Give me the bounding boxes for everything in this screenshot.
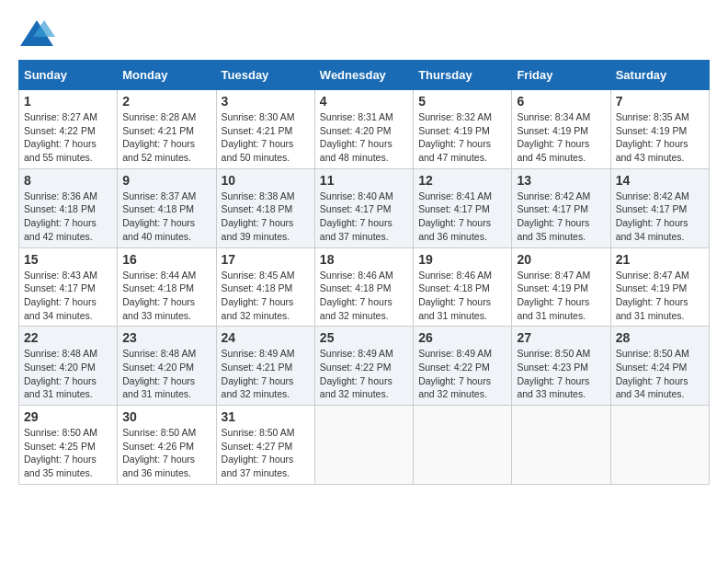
- day-info: Sunrise: 8:32 AM Sunset: 4:19 PM Dayligh…: [418, 110, 506, 165]
- calendar-cell: 1 Sunrise: 8:27 AM Sunset: 4:22 PM Dayli…: [19, 90, 118, 169]
- day-info: Sunrise: 8:42 AM Sunset: 4:17 PM Dayligh…: [517, 190, 605, 244]
- day-number: 7: [616, 94, 704, 109]
- day-number: 27: [517, 330, 605, 345]
- day-number: 10: [222, 173, 310, 188]
- day-number: 19: [418, 252, 506, 267]
- calendar-cell: 26 Sunrise: 8:49 AM Sunset: 4:22 PM Dayl…: [414, 327, 512, 406]
- calendar-cell: 14 Sunrise: 8:42 AM Sunset: 4:17 PM Dayl…: [610, 168, 709, 247]
- day-info: Sunrise: 8:35 AM Sunset: 4:19 PM Dayligh…: [616, 110, 704, 165]
- day-number: 9: [122, 173, 210, 188]
- day-number: 30: [122, 409, 210, 424]
- calendar-cell: 18 Sunrise: 8:46 AM Sunset: 4:18 PM Dayl…: [314, 247, 413, 327]
- calendar-cell: 31 Sunrise: 8:50 AM Sunset: 4:27 PM Dayl…: [216, 406, 314, 485]
- calendar-cell: 5 Sunrise: 8:32 AM Sunset: 4:19 PM Dayli…: [414, 90, 512, 169]
- day-number: 12: [418, 173, 506, 188]
- day-info: Sunrise: 8:49 AM Sunset: 4:22 PM Dayligh…: [418, 347, 506, 401]
- day-info: Sunrise: 8:50 AM Sunset: 4:24 PM Dayligh…: [616, 347, 704, 401]
- calendar-cell: 29 Sunrise: 8:50 AM Sunset: 4:25 PM Dayl…: [19, 406, 118, 485]
- page-header: [18, 18, 710, 51]
- calendar-cell: 10 Sunrise: 8:38 AM Sunset: 4:18 PM Dayl…: [216, 168, 314, 247]
- day-info: Sunrise: 8:49 AM Sunset: 4:21 PM Dayligh…: [222, 347, 310, 401]
- day-number: 25: [320, 330, 408, 345]
- day-number: 20: [517, 252, 605, 267]
- calendar-cell: 22 Sunrise: 8:48 AM Sunset: 4:20 PM Dayl…: [19, 327, 118, 406]
- logo: [18, 18, 57, 51]
- day-info: Sunrise: 8:31 AM Sunset: 4:20 PM Dayligh…: [320, 110, 408, 165]
- calendar-cell: [610, 406, 709, 485]
- day-info: Sunrise: 8:46 AM Sunset: 4:18 PM Dayligh…: [320, 269, 408, 323]
- day-info: Sunrise: 8:37 AM Sunset: 4:18 PM Dayligh…: [122, 190, 210, 244]
- day-info: Sunrise: 8:48 AM Sunset: 4:20 PM Dayligh…: [122, 347, 210, 401]
- day-number: 13: [517, 173, 605, 188]
- day-number: 22: [24, 330, 112, 345]
- day-info: Sunrise: 8:38 AM Sunset: 4:18 PM Dayligh…: [222, 190, 310, 244]
- logo-icon: [18, 18, 55, 51]
- calendar-cell: 13 Sunrise: 8:42 AM Sunset: 4:17 PM Dayl…: [512, 168, 610, 247]
- day-info: Sunrise: 8:45 AM Sunset: 4:18 PM Dayligh…: [222, 269, 310, 323]
- day-number: 21: [616, 252, 704, 267]
- day-number: 24: [222, 330, 310, 345]
- calendar-cell: 11 Sunrise: 8:40 AM Sunset: 4:17 PM Dayl…: [314, 168, 413, 247]
- calendar-cell: 8 Sunrise: 8:36 AM Sunset: 4:18 PM Dayli…: [19, 168, 118, 247]
- calendar-cell: 7 Sunrise: 8:35 AM Sunset: 4:19 PM Dayli…: [610, 90, 709, 169]
- calendar-week-4: 22 Sunrise: 8:48 AM Sunset: 4:20 PM Dayl…: [19, 327, 710, 406]
- day-number: 28: [616, 330, 704, 345]
- calendar-week-3: 15 Sunrise: 8:43 AM Sunset: 4:17 PM Dayl…: [19, 247, 710, 327]
- calendar-cell: 9 Sunrise: 8:37 AM Sunset: 4:18 PM Dayli…: [118, 168, 216, 247]
- calendar-table: SundayMondayTuesdayWednesdayThursdayFrid…: [18, 60, 710, 485]
- day-info: Sunrise: 8:34 AM Sunset: 4:19 PM Dayligh…: [517, 110, 605, 165]
- calendar-cell: 16 Sunrise: 8:44 AM Sunset: 4:18 PM Dayl…: [118, 247, 216, 327]
- day-number: 17: [222, 252, 310, 267]
- day-number: 6: [517, 94, 605, 109]
- header-monday: Monday: [118, 61, 216, 90]
- day-info: Sunrise: 8:42 AM Sunset: 4:17 PM Dayligh…: [616, 190, 704, 244]
- day-info: Sunrise: 8:47 AM Sunset: 4:19 PM Dayligh…: [616, 269, 704, 323]
- day-number: 18: [320, 252, 408, 267]
- calendar-cell: 2 Sunrise: 8:28 AM Sunset: 4:21 PM Dayli…: [118, 90, 216, 169]
- day-info: Sunrise: 8:50 AM Sunset: 4:25 PM Dayligh…: [24, 426, 112, 480]
- day-info: Sunrise: 8:50 AM Sunset: 4:27 PM Dayligh…: [222, 426, 310, 480]
- day-number: 14: [616, 173, 704, 188]
- calendar-cell: 4 Sunrise: 8:31 AM Sunset: 4:20 PM Dayli…: [314, 90, 413, 169]
- calendar-cell: 20 Sunrise: 8:47 AM Sunset: 4:19 PM Dayl…: [512, 247, 610, 327]
- calendar-cell: 3 Sunrise: 8:30 AM Sunset: 4:21 PM Dayli…: [216, 90, 314, 169]
- day-info: Sunrise: 8:47 AM Sunset: 4:19 PM Dayligh…: [517, 269, 605, 323]
- day-info: Sunrise: 8:41 AM Sunset: 4:17 PM Dayligh…: [418, 190, 506, 244]
- day-number: 26: [418, 330, 506, 345]
- calendar-cell: [314, 406, 413, 485]
- day-number: 8: [24, 173, 112, 188]
- day-number: 5: [418, 94, 506, 109]
- day-info: Sunrise: 8:50 AM Sunset: 4:23 PM Dayligh…: [517, 347, 605, 401]
- day-number: 4: [320, 94, 408, 109]
- calendar-cell: 24 Sunrise: 8:49 AM Sunset: 4:21 PM Dayl…: [216, 327, 314, 406]
- day-info: Sunrise: 8:40 AM Sunset: 4:17 PM Dayligh…: [320, 190, 408, 244]
- calendar-week-1: 1 Sunrise: 8:27 AM Sunset: 4:22 PM Dayli…: [19, 90, 710, 169]
- calendar-cell: 30 Sunrise: 8:50 AM Sunset: 4:26 PM Dayl…: [118, 406, 216, 485]
- header-friday: Friday: [512, 61, 610, 90]
- day-number: 31: [222, 409, 310, 424]
- header-thursday: Thursday: [414, 61, 512, 90]
- calendar-cell: 23 Sunrise: 8:48 AM Sunset: 4:20 PM Dayl…: [118, 327, 216, 406]
- calendar-cell: 25 Sunrise: 8:49 AM Sunset: 4:22 PM Dayl…: [314, 327, 413, 406]
- calendar-cell: 28 Sunrise: 8:50 AM Sunset: 4:24 PM Dayl…: [610, 327, 709, 406]
- day-info: Sunrise: 8:36 AM Sunset: 4:18 PM Dayligh…: [24, 190, 112, 244]
- day-info: Sunrise: 8:43 AM Sunset: 4:17 PM Dayligh…: [24, 269, 112, 323]
- day-number: 23: [122, 330, 210, 345]
- calendar-cell: 12 Sunrise: 8:41 AM Sunset: 4:17 PM Dayl…: [414, 168, 512, 247]
- day-info: Sunrise: 8:50 AM Sunset: 4:26 PM Dayligh…: [122, 426, 210, 480]
- day-number: 15: [24, 252, 112, 267]
- day-info: Sunrise: 8:46 AM Sunset: 4:18 PM Dayligh…: [418, 269, 506, 323]
- day-info: Sunrise: 8:30 AM Sunset: 4:21 PM Dayligh…: [222, 110, 310, 165]
- calendar-week-5: 29 Sunrise: 8:50 AM Sunset: 4:25 PM Dayl…: [19, 406, 710, 485]
- day-info: Sunrise: 8:28 AM Sunset: 4:21 PM Dayligh…: [122, 110, 210, 165]
- day-number: 16: [122, 252, 210, 267]
- day-info: Sunrise: 8:48 AM Sunset: 4:20 PM Dayligh…: [24, 347, 112, 401]
- header-tuesday: Tuesday: [216, 61, 314, 90]
- header-saturday: Saturday: [610, 61, 709, 90]
- day-number: 1: [24, 94, 112, 109]
- day-number: 11: [320, 173, 408, 188]
- day-number: 3: [222, 94, 310, 109]
- calendar-cell: [512, 406, 610, 485]
- day-info: Sunrise: 8:44 AM Sunset: 4:18 PM Dayligh…: [122, 269, 210, 323]
- calendar-cell: 27 Sunrise: 8:50 AM Sunset: 4:23 PM Dayl…: [512, 327, 610, 406]
